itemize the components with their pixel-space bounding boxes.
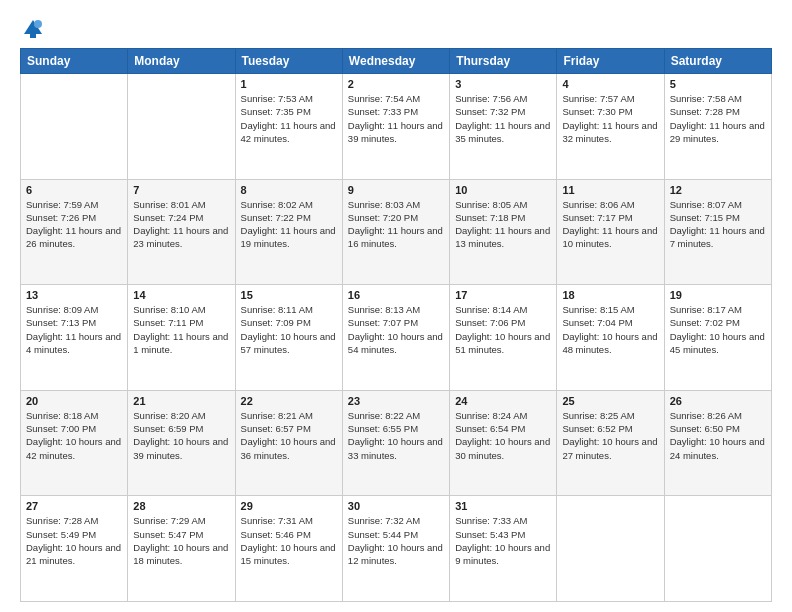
header (20, 16, 772, 38)
calendar-cell: 14Sunrise: 8:10 AMSunset: 7:11 PMDayligh… (128, 285, 235, 391)
calendar-cell: 19Sunrise: 8:17 AMSunset: 7:02 PMDayligh… (664, 285, 771, 391)
calendar-cell (128, 74, 235, 180)
calendar-cell: 7Sunrise: 8:01 AMSunset: 7:24 PMDaylight… (128, 179, 235, 285)
cell-info: Sunrise: 7:59 AMSunset: 7:26 PMDaylight:… (26, 198, 122, 251)
cell-info: Sunrise: 8:10 AMSunset: 7:11 PMDaylight:… (133, 303, 229, 356)
calendar-cell: 11Sunrise: 8:06 AMSunset: 7:17 PMDayligh… (557, 179, 664, 285)
calendar-cell: 15Sunrise: 8:11 AMSunset: 7:09 PMDayligh… (235, 285, 342, 391)
cell-info: Sunrise: 7:31 AMSunset: 5:46 PMDaylight:… (241, 514, 337, 567)
calendar-cell: 12Sunrise: 8:07 AMSunset: 7:15 PMDayligh… (664, 179, 771, 285)
cell-day-number: 18 (562, 289, 658, 301)
calendar-cell: 28Sunrise: 7:29 AMSunset: 5:47 PMDayligh… (128, 496, 235, 602)
calendar-cell: 18Sunrise: 8:15 AMSunset: 7:04 PMDayligh… (557, 285, 664, 391)
cell-day-number: 9 (348, 184, 444, 196)
cell-day-number: 6 (26, 184, 122, 196)
calendar-cell: 1Sunrise: 7:53 AMSunset: 7:35 PMDaylight… (235, 74, 342, 180)
calendar-cell: 10Sunrise: 8:05 AMSunset: 7:18 PMDayligh… (450, 179, 557, 285)
cell-info: Sunrise: 8:15 AMSunset: 7:04 PMDaylight:… (562, 303, 658, 356)
calendar-cell: 2Sunrise: 7:54 AMSunset: 7:33 PMDaylight… (342, 74, 449, 180)
cell-day-number: 8 (241, 184, 337, 196)
cell-day-number: 14 (133, 289, 229, 301)
cell-info: Sunrise: 8:22 AMSunset: 6:55 PMDaylight:… (348, 409, 444, 462)
calendar-cell: 29Sunrise: 7:31 AMSunset: 5:46 PMDayligh… (235, 496, 342, 602)
calendar-cell: 3Sunrise: 7:56 AMSunset: 7:32 PMDaylight… (450, 74, 557, 180)
cell-info: Sunrise: 7:53 AMSunset: 7:35 PMDaylight:… (241, 92, 337, 145)
cell-day-number: 12 (670, 184, 766, 196)
calendar-header-tuesday: Tuesday (235, 49, 342, 74)
cell-info: Sunrise: 8:14 AMSunset: 7:06 PMDaylight:… (455, 303, 551, 356)
cell-info: Sunrise: 8:09 AMSunset: 7:13 PMDaylight:… (26, 303, 122, 356)
cell-info: Sunrise: 8:25 AMSunset: 6:52 PMDaylight:… (562, 409, 658, 462)
cell-day-number: 30 (348, 500, 444, 512)
cell-day-number: 15 (241, 289, 337, 301)
cell-info: Sunrise: 7:29 AMSunset: 5:47 PMDaylight:… (133, 514, 229, 567)
cell-day-number: 1 (241, 78, 337, 90)
calendar-cell: 30Sunrise: 7:32 AMSunset: 5:44 PMDayligh… (342, 496, 449, 602)
svg-marker-1 (30, 34, 36, 38)
cell-day-number: 2 (348, 78, 444, 90)
cell-day-number: 19 (670, 289, 766, 301)
logo-icon (22, 16, 44, 38)
cell-day-number: 25 (562, 395, 658, 407)
calendar-cell: 17Sunrise: 8:14 AMSunset: 7:06 PMDayligh… (450, 285, 557, 391)
calendar-cell (21, 74, 128, 180)
cell-day-number: 5 (670, 78, 766, 90)
calendar-cell: 6Sunrise: 7:59 AMSunset: 7:26 PMDaylight… (21, 179, 128, 285)
svg-point-2 (34, 20, 42, 28)
cell-day-number: 26 (670, 395, 766, 407)
cell-info: Sunrise: 8:03 AMSunset: 7:20 PMDaylight:… (348, 198, 444, 251)
cell-info: Sunrise: 8:21 AMSunset: 6:57 PMDaylight:… (241, 409, 337, 462)
cell-day-number: 4 (562, 78, 658, 90)
calendar-cell: 25Sunrise: 8:25 AMSunset: 6:52 PMDayligh… (557, 390, 664, 496)
cell-day-number: 22 (241, 395, 337, 407)
cell-info: Sunrise: 8:24 AMSunset: 6:54 PMDaylight:… (455, 409, 551, 462)
cell-day-number: 31 (455, 500, 551, 512)
calendar-cell: 31Sunrise: 7:33 AMSunset: 5:43 PMDayligh… (450, 496, 557, 602)
calendar-cell: 20Sunrise: 8:18 AMSunset: 7:00 PMDayligh… (21, 390, 128, 496)
cell-day-number: 3 (455, 78, 551, 90)
cell-day-number: 28 (133, 500, 229, 512)
cell-day-number: 13 (26, 289, 122, 301)
cell-day-number: 16 (348, 289, 444, 301)
calendar-header-sunday: Sunday (21, 49, 128, 74)
cell-day-number: 23 (348, 395, 444, 407)
cell-day-number: 24 (455, 395, 551, 407)
cell-info: Sunrise: 8:13 AMSunset: 7:07 PMDaylight:… (348, 303, 444, 356)
calendar-cell: 16Sunrise: 8:13 AMSunset: 7:07 PMDayligh… (342, 285, 449, 391)
cell-info: Sunrise: 7:57 AMSunset: 7:30 PMDaylight:… (562, 92, 658, 145)
calendar-header-wednesday: Wednesday (342, 49, 449, 74)
calendar-header-friday: Friday (557, 49, 664, 74)
calendar-cell: 24Sunrise: 8:24 AMSunset: 6:54 PMDayligh… (450, 390, 557, 496)
cell-info: Sunrise: 7:58 AMSunset: 7:28 PMDaylight:… (670, 92, 766, 145)
calendar-cell: 8Sunrise: 8:02 AMSunset: 7:22 PMDaylight… (235, 179, 342, 285)
cell-info: Sunrise: 8:07 AMSunset: 7:15 PMDaylight:… (670, 198, 766, 251)
cell-info: Sunrise: 7:33 AMSunset: 5:43 PMDaylight:… (455, 514, 551, 567)
cell-day-number: 21 (133, 395, 229, 407)
cell-day-number: 11 (562, 184, 658, 196)
calendar-cell: 23Sunrise: 8:22 AMSunset: 6:55 PMDayligh… (342, 390, 449, 496)
cell-day-number: 20 (26, 395, 122, 407)
calendar-cell: 26Sunrise: 8:26 AMSunset: 6:50 PMDayligh… (664, 390, 771, 496)
cell-info: Sunrise: 8:05 AMSunset: 7:18 PMDaylight:… (455, 198, 551, 251)
cell-info: Sunrise: 8:06 AMSunset: 7:17 PMDaylight:… (562, 198, 658, 251)
cell-info: Sunrise: 7:28 AMSunset: 5:49 PMDaylight:… (26, 514, 122, 567)
calendar-table: SundayMondayTuesdayWednesdayThursdayFrid… (20, 48, 772, 602)
cell-info: Sunrise: 8:26 AMSunset: 6:50 PMDaylight:… (670, 409, 766, 462)
calendar-cell: 4Sunrise: 7:57 AMSunset: 7:30 PMDaylight… (557, 74, 664, 180)
logo (20, 16, 44, 38)
cell-day-number: 17 (455, 289, 551, 301)
cell-info: Sunrise: 8:01 AMSunset: 7:24 PMDaylight:… (133, 198, 229, 251)
calendar-cell: 5Sunrise: 7:58 AMSunset: 7:28 PMDaylight… (664, 74, 771, 180)
calendar-cell: 27Sunrise: 7:28 AMSunset: 5:49 PMDayligh… (21, 496, 128, 602)
calendar-cell: 9Sunrise: 8:03 AMSunset: 7:20 PMDaylight… (342, 179, 449, 285)
calendar-cell (557, 496, 664, 602)
cell-day-number: 29 (241, 500, 337, 512)
calendar-header-monday: Monday (128, 49, 235, 74)
cell-info: Sunrise: 7:32 AMSunset: 5:44 PMDaylight:… (348, 514, 444, 567)
cell-day-number: 27 (26, 500, 122, 512)
cell-info: Sunrise: 7:56 AMSunset: 7:32 PMDaylight:… (455, 92, 551, 145)
calendar-cell: 13Sunrise: 8:09 AMSunset: 7:13 PMDayligh… (21, 285, 128, 391)
cell-day-number: 10 (455, 184, 551, 196)
cell-info: Sunrise: 8:11 AMSunset: 7:09 PMDaylight:… (241, 303, 337, 356)
calendar-header-thursday: Thursday (450, 49, 557, 74)
